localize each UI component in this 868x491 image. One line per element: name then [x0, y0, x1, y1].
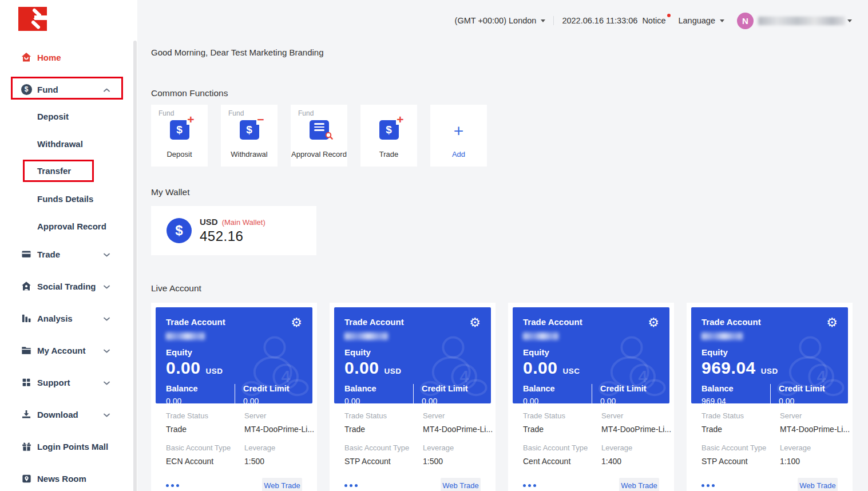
- sidebar-item-approval-record[interactable]: Approval Record: [37, 215, 106, 237]
- more-options-icon[interactable]: [344, 484, 358, 487]
- sidebar-scrollbar[interactable]: [133, 41, 137, 491]
- sub-item-label: Withdrawal: [37, 139, 83, 149]
- download-icon: [21, 409, 32, 420]
- wallet-card[interactable]: $ USD (Main Wallet) 452.16: [151, 206, 316, 255]
- balance-label: Balance: [344, 384, 413, 393]
- withdrawal-icon: $−: [240, 120, 259, 140]
- analysis-bars-icon: [21, 312, 32, 324]
- card-category: Fund: [158, 109, 174, 117]
- server-label: Server: [780, 411, 850, 420]
- web-trade-button[interactable]: Web Trade: [441, 478, 481, 491]
- trade-account-title: Trade Account: [701, 317, 761, 327]
- account-card-header: Trade Account ⚙ Equity 0.00 USC Balance …: [513, 307, 669, 403]
- user-menu[interactable]: [758, 17, 852, 25]
- sub-item-label: Transfer: [37, 166, 71, 176]
- sidebar-item-label: Login Points Mall: [37, 442, 108, 452]
- sidebar-item-deposit[interactable]: Deposit: [37, 105, 69, 128]
- account-number-redacted: [166, 332, 205, 340]
- web-trade-button[interactable]: Web Trade: [262, 478, 302, 491]
- timezone-selector[interactable]: (GMT +00:00) London: [455, 16, 546, 25]
- equity-value: 0.00: [166, 358, 200, 378]
- sidebar-item-withdrawal[interactable]: Withdrawal: [37, 132, 83, 155]
- sidebar-item-label: Trade: [37, 250, 60, 259]
- sidebar-item-trade[interactable]: Trade: [0, 240, 133, 268]
- sidebar-item-fund[interactable]: $ Fund: [0, 76, 133, 103]
- account-type-label: Basic Account Type: [701, 444, 780, 452]
- more-options-icon[interactable]: [523, 484, 536, 487]
- wallet-tag: (Main Wallet): [222, 218, 265, 227]
- trade-status-label: Trade Status: [523, 411, 601, 420]
- server-value: MT4-DooPrime-Li...: [423, 425, 493, 434]
- language-selector[interactable]: Language: [678, 16, 724, 25]
- chevron-down-icon: [720, 19, 724, 22]
- sub-item-label: Approval Record: [37, 221, 106, 231]
- account-type-value: Cent Account: [523, 457, 601, 466]
- card-label: Trade: [360, 150, 417, 159]
- server-label: Server: [601, 411, 671, 420]
- trade-fund-icon: $+: [379, 120, 399, 140]
- balance-label: Balance: [701, 384, 770, 393]
- datetime-text: 2022.06.16 11:33:06: [562, 16, 637, 25]
- chevron-down-icon: [104, 409, 110, 419]
- leverage-label: Leverage: [423, 444, 481, 452]
- sidebar-item-funds-details[interactable]: Funds Details: [37, 187, 93, 210]
- function-card-approval-record[interactable]: Fund Approval Record: [291, 105, 347, 167]
- sidebar-item-login-points-mall[interactable]: Login Points Mall: [0, 433, 133, 460]
- function-card-withdrawal[interactable]: Fund $− Withdrawal: [221, 105, 278, 167]
- leverage-value: 1:500: [423, 457, 481, 466]
- account-card-body: Trade StatusTrade ServerMT4-DooPrime-Li.…: [156, 403, 312, 491]
- web-trade-button[interactable]: Web Trade: [619, 478, 659, 491]
- divider: [553, 16, 554, 25]
- leverage-value: 1:500: [244, 457, 302, 466]
- trade-account-card: Trade Account ⚙ Equity 969.04 USD Balanc…: [687, 303, 853, 491]
- sidebar-item-transfer[interactable]: Transfer: [37, 159, 71, 182]
- server-value: MT4-DooPrime-Li...: [244, 425, 314, 434]
- account-type-value: ECN Account: [166, 457, 244, 466]
- add-plus-icon: +: [430, 123, 487, 139]
- account-number-redacted: [523, 332, 558, 340]
- trade-wallet-icon: [21, 248, 32, 260]
- sub-item-label: Funds Details: [37, 194, 93, 204]
- trade-account-card: Trade Account ⚙ Equity 0.00 USD Balance …: [330, 303, 496, 491]
- sidebar-item-support[interactable]: Support: [0, 369, 133, 396]
- plus-badge-icon: +: [187, 114, 195, 125]
- chevron-down-icon: [847, 19, 852, 22]
- brand-logo-icon[interactable]: [18, 7, 47, 33]
- sidebar-item-home[interactable]: Home: [0, 43, 133, 71]
- function-card-trade[interactable]: $+ Trade: [360, 105, 417, 167]
- avatar[interactable]: N: [737, 13, 754, 29]
- home-icon: [21, 52, 32, 63]
- social-trading-icon: [21, 280, 32, 292]
- language-label: Language: [678, 16, 715, 25]
- sidebar: Home $ Fund Deposit Withdrawal Transfer …: [0, 0, 137, 491]
- chevron-down-icon: [104, 281, 110, 291]
- equity-currency: USD: [205, 367, 223, 375]
- equity-value: 0.00: [344, 358, 379, 378]
- trade-status-label: Trade Status: [344, 411, 423, 420]
- account-card-body: Trade StatusTrade ServerMT4-DooPrime-Li.…: [334, 403, 491, 491]
- notice-link[interactable]: Notice: [642, 16, 665, 25]
- sidebar-item-my-account[interactable]: My Account: [0, 336, 133, 364]
- more-options-icon[interactable]: [701, 484, 715, 487]
- trade-account-card: Trade Account ⚙ Equity 0.00 USC Balance …: [508, 303, 674, 491]
- credit-limit-label: Credit Limit: [600, 384, 647, 393]
- svg-text:4: 4: [638, 367, 647, 386]
- dashboard-page: Home $ Fund Deposit Withdrawal Transfer …: [0, 0, 868, 491]
- card-label: Deposit: [151, 150, 208, 159]
- trade-status-value: Trade: [701, 425, 780, 434]
- sidebar-item-news-room[interactable]: News Room: [0, 465, 133, 491]
- chevron-down-icon: [541, 19, 545, 22]
- sidebar-item-analysis[interactable]: Analysis: [0, 304, 133, 332]
- sidebar-item-social-trading[interactable]: Social Trading: [0, 272, 133, 300]
- sidebar-item-download[interactable]: Download: [0, 401, 133, 428]
- more-options-icon[interactable]: [166, 484, 179, 487]
- web-trade-button[interactable]: Web Trade: [798, 478, 838, 491]
- sidebar-item-label: Analysis: [37, 314, 73, 323]
- folder-icon: [21, 345, 32, 356]
- function-card-add[interactable]: + Add: [430, 105, 487, 167]
- card-label: Approval Record: [291, 150, 347, 159]
- function-card-deposit[interactable]: Fund $+ Deposit: [151, 105, 208, 167]
- balance-value: 0.00: [523, 397, 592, 403]
- trade-status-value: Trade: [344, 425, 423, 434]
- equity-currency: USD: [384, 367, 401, 375]
